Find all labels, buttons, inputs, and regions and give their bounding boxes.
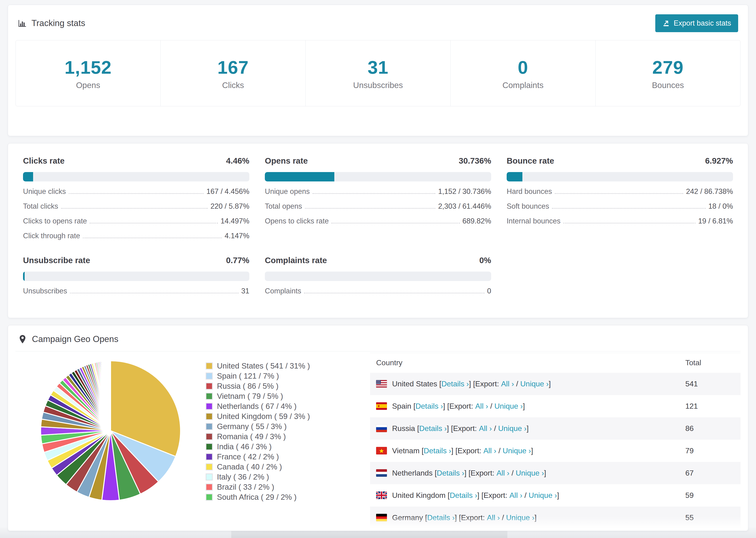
rate-row-hard-bounces: Hard bounces242 / 86.738% xyxy=(507,187,733,196)
rate-row-value: 18 / 0% xyxy=(708,202,733,211)
rate-title: Complaints rate xyxy=(265,256,327,265)
rate-rows: Unique opens1,152 / 30.736%Total opens2,… xyxy=(265,187,491,226)
legend-label: India ( 46 / 3% ) xyxy=(217,442,272,451)
export-all-link[interactable]: All › xyxy=(510,491,522,500)
legend-label: France ( 42 / 2% ) xyxy=(217,452,279,461)
geo-row-spain: Spain [Details ›] [Export: All › / Uniqu… xyxy=(370,395,740,417)
rate-panel-bounce-rate: Bounce rate6.927%Hard bounces242 / 86.73… xyxy=(507,156,733,241)
stat-label: Clicks xyxy=(222,81,244,90)
geo-content: United States ( 541 / 31% )Spain ( 121 /… xyxy=(16,351,740,529)
legend-item-vietnam: Vietnam ( 79 / 5% ) xyxy=(206,391,370,401)
geo-country-cell: Netherlands [Details ›] [Export: All › /… xyxy=(370,462,685,484)
geo-row-germany: Germany [Details ›] [Export: All › / Uni… xyxy=(370,507,740,529)
geo-country-cell-inner: Netherlands [Details ›] [Export: All › /… xyxy=(376,462,685,484)
rate-value: 30.736% xyxy=(459,156,491,166)
geo-country-cell: Vietnam [Details ›] [Export: All › / Uni… xyxy=(370,440,685,462)
legend-swatch xyxy=(206,453,213,460)
legend-item-spain: Spain ( 121 / 7% ) xyxy=(206,371,370,381)
details-link[interactable]: Details › xyxy=(427,513,455,522)
stat-box-opens: 1,152Opens xyxy=(16,40,161,106)
geo-country-cell-inner: Vietnam [Details ›] [Export: All › / Uni… xyxy=(376,440,685,462)
rate-panel-unsubscribe-rate: Unsubscribe rate0.77%Unsubscribes31 xyxy=(23,256,249,296)
export-all-link[interactable]: All › xyxy=(501,380,514,388)
rate-progress-bar xyxy=(507,172,733,182)
rate-row-soft-bounces: Soft bounces18 / 0% xyxy=(507,202,733,211)
rate-panel-complaints-rate: Complaints rate0%Complaints0 xyxy=(265,256,491,296)
export-all-link[interactable]: All › xyxy=(479,424,492,433)
legend-label: United Kingdom ( 59 / 3% ) xyxy=(217,412,310,421)
export-all-link[interactable]: All › xyxy=(497,469,510,477)
details-link[interactable]: Details › xyxy=(441,380,469,388)
geo-table-header-row: Country Total xyxy=(370,353,740,373)
export-unique-link[interactable]: Unique › xyxy=(515,469,544,477)
rate-panel-head: Clicks rate4.46% xyxy=(23,156,249,166)
geo-section-title: Campaign Geo Opens xyxy=(32,334,118,344)
rate-value: 0% xyxy=(479,256,491,265)
details-link[interactable]: Details › xyxy=(437,469,464,477)
rate-progress-fill xyxy=(23,172,33,182)
rate-title: Opens rate xyxy=(265,156,308,166)
legend-swatch xyxy=(206,403,213,410)
export-all-link[interactable]: All › xyxy=(483,447,496,455)
export-unique-link[interactable]: Unique › xyxy=(520,380,549,388)
rate-rows: Hard bounces242 / 86.738%Soft bounces18 … xyxy=(507,187,733,226)
country-name: Spain xyxy=(392,402,411,410)
rate-row-label: Unique clicks xyxy=(23,187,66,196)
map-pin-icon xyxy=(18,335,27,344)
stat-value: 31 xyxy=(368,57,389,78)
rate-row-value: 19 / 6.81% xyxy=(698,216,733,226)
dotted-leader xyxy=(332,223,459,224)
geo-total-cell: 541 xyxy=(685,373,740,395)
geo-row-united-kingdom: United Kingdom [Details ›] [Export: All … xyxy=(370,484,740,507)
country-name: United States xyxy=(392,380,437,388)
dotted-leader xyxy=(552,208,706,209)
stat-label: Complaints xyxy=(503,81,544,90)
flag-us-icon xyxy=(376,380,387,388)
export-unique-link[interactable]: Unique › xyxy=(495,402,523,410)
rate-row-value: 0 xyxy=(487,286,491,296)
details-link[interactable]: Details › xyxy=(419,424,447,433)
export-unique-link[interactable]: Unique › xyxy=(498,424,527,433)
legend-item-united-kingdom: United Kingdom ( 59 / 3% ) xyxy=(206,411,370,421)
legend-label: Brazil ( 33 / 2% ) xyxy=(217,483,274,492)
rate-value: 0.77% xyxy=(226,256,249,265)
export-all-link[interactable]: All › xyxy=(487,513,500,522)
legend-swatch xyxy=(206,383,213,390)
legend-label: United States ( 541 / 31% ) xyxy=(217,361,310,370)
details-link[interactable]: Details › xyxy=(450,491,477,500)
rate-row-value: 1,152 / 30.736% xyxy=(438,187,491,196)
export-unique-link[interactable]: Unique › xyxy=(529,491,557,500)
export-unique-link[interactable]: Unique › xyxy=(506,513,534,522)
rate-row-complaints: Complaints0 xyxy=(265,286,491,296)
stat-box-unsubscribes: 31Unsubscribes xyxy=(306,40,451,106)
export-all-link[interactable]: All › xyxy=(475,402,488,410)
rate-progress-fill xyxy=(23,272,25,281)
rate-row-value: 14.497% xyxy=(221,216,249,226)
geo-row-vietnam: Vietnam [Details ›] [Export: All › / Uni… xyxy=(370,440,740,462)
flag-ru-icon xyxy=(376,425,387,432)
dotted-leader xyxy=(70,293,239,294)
geo-country-cell: Germany [Details ›] [Export: All › / Uni… xyxy=(370,507,685,529)
legend-swatch xyxy=(206,484,213,491)
rate-progress-bar xyxy=(23,272,249,281)
flag-es-icon xyxy=(376,402,387,410)
details-link[interactable]: Details › xyxy=(424,447,451,455)
legend-label: Russia ( 86 / 5% ) xyxy=(217,382,279,391)
export-unique-link[interactable]: Unique › xyxy=(503,447,531,455)
rate-panel-head: Complaints rate0% xyxy=(265,256,491,265)
geo-country-cell: Russia [Details ›] [Export: All › / Uniq… xyxy=(370,417,685,440)
details-link[interactable]: Details › xyxy=(415,402,443,410)
export-icon xyxy=(662,20,670,27)
geo-pie-svg xyxy=(35,355,186,506)
rate-row-total-clicks: Total clicks220 / 5.87% xyxy=(23,202,249,211)
rate-title: Unsubscribe rate xyxy=(23,256,90,265)
rate-title: Bounce rate xyxy=(507,156,554,166)
export-basic-stats-button[interactable]: Export basic stats xyxy=(655,14,738,32)
rate-row-label: Total clicks xyxy=(23,202,58,211)
page-title: Tracking stats xyxy=(18,18,85,28)
legend-swatch xyxy=(206,443,213,450)
geo-pie-legend: United States ( 541 / 31% )Spain ( 121 /… xyxy=(206,351,370,502)
rate-row-unsubscribes: Unsubscribes31 xyxy=(23,286,249,296)
rates-card: Clicks rate4.46%Unique clicks167 / 4.456… xyxy=(8,143,748,318)
legend-label: Netherlands ( 67 / 4% ) xyxy=(217,402,297,411)
